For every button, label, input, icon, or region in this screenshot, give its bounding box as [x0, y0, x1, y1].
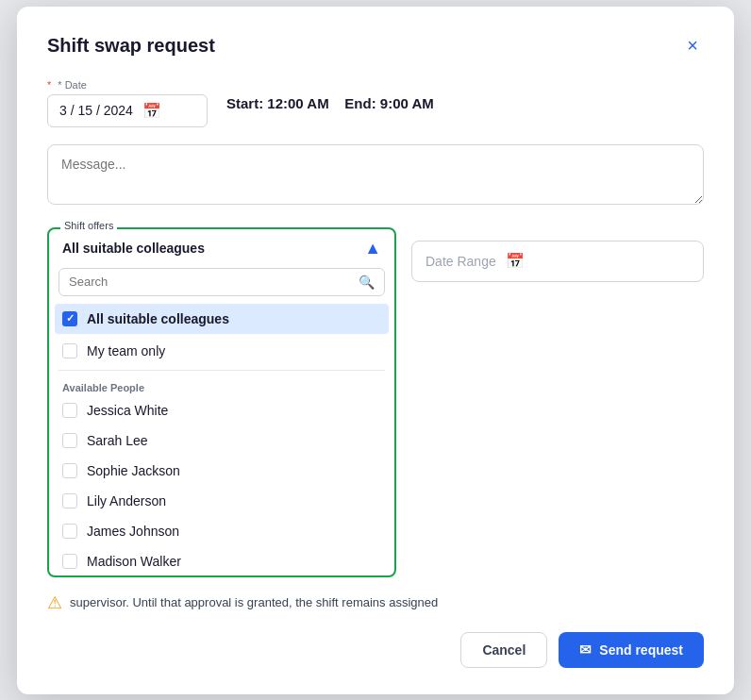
- checkbox-unchecked-sophie: [62, 463, 77, 478]
- warning-icon: ⚠: [47, 592, 62, 613]
- modal-title: Shift swap request: [47, 35, 215, 57]
- close-button[interactable]: ×: [681, 33, 704, 58]
- message-textarea[interactable]: [47, 144, 704, 205]
- time-info: Start: 12:00 AM End: 9:00 AM: [226, 95, 434, 111]
- date-range-calendar-icon: 📅: [506, 252, 525, 270]
- dropdown-list: All suitable colleagues My team only Ava…: [49, 302, 394, 575]
- option-all-suitable-label: All suitable colleagues: [87, 311, 229, 326]
- modal-footer: Cancel ✉ Send request: [47, 632, 704, 668]
- checkbox-unchecked-james: [62, 524, 77, 539]
- sarah-lee-label: Sarah Lee: [87, 433, 148, 448]
- send-request-button[interactable]: ✉ Send request: [559, 632, 704, 668]
- checkbox-unchecked-madison: [62, 554, 77, 569]
- divider: [58, 370, 385, 371]
- calendar-icon: 📅: [142, 102, 161, 120]
- date-range-placeholder: Date Range: [426, 254, 496, 269]
- checkbox-checked-all-suitable: [62, 311, 77, 326]
- modal-overlay: Shift swap request × * * Date 3 / 15 / 2…: [0, 0, 751, 700]
- option-all-suitable[interactable]: All suitable colleagues: [55, 304, 389, 334]
- send-request-label: Send request: [599, 642, 683, 658]
- dropdown-header[interactable]: All suitable colleagues ▲: [49, 229, 394, 268]
- cancel-button[interactable]: Cancel: [460, 632, 547, 668]
- checkbox-unchecked-sarah: [62, 433, 77, 448]
- search-box: 🔍: [58, 268, 385, 296]
- madison-walker-label: Madison Walker: [87, 554, 181, 569]
- chevron-up-icon: ▲: [364, 239, 381, 258]
- option-my-team-label: My team only: [87, 343, 165, 358]
- info-row: ⚠ supervisor. Until that approval is gra…: [47, 592, 704, 613]
- sophie-jackson-label: Sophie Jackson: [87, 463, 180, 478]
- shift-swap-modal: Shift swap request × * * Date 3 / 15 / 2…: [17, 7, 734, 694]
- option-james-johnson[interactable]: James Johnson: [49, 516, 394, 546]
- info-text: supervisor. Until that approval is grant…: [70, 595, 438, 609]
- search-icon: 🔍: [359, 275, 375, 290]
- lily-anderson-label: Lily Anderson: [87, 493, 166, 508]
- dropdown-selected-value: All suitable colleagues: [62, 241, 205, 256]
- date-input[interactable]: 3 / 15 / 2024 📅: [47, 94, 208, 127]
- option-my-team[interactable]: My team only: [49, 336, 394, 366]
- date-field-wrap: * * Date 3 / 15 / 2024 📅: [47, 79, 208, 127]
- option-madison-walker[interactable]: Madison Walker: [49, 546, 394, 575]
- shift-row: Shift offers All suitable colleagues ▲ 🔍…: [47, 227, 704, 577]
- date-row: * * Date 3 / 15 / 2024 📅 Start: 12:00 AM…: [47, 79, 704, 127]
- checkbox-unchecked-jessica: [62, 403, 77, 418]
- james-johnson-label: James Johnson: [87, 524, 179, 539]
- shift-offers-dropdown: Shift offers All suitable colleagues ▲ 🔍…: [47, 227, 396, 577]
- date-value: 3 / 15 / 2024: [59, 103, 133, 118]
- shift-offers-label: Shift offers: [60, 220, 117, 231]
- send-icon: ✉: [579, 642, 592, 658]
- jessica-white-label: Jessica White: [87, 403, 168, 418]
- date-range-input[interactable]: Date Range 📅: [411, 241, 704, 282]
- checkbox-unchecked-lily: [62, 493, 77, 508]
- available-people-header: Available People: [49, 375, 394, 395]
- search-input[interactable]: [69, 275, 351, 289]
- modal-header: Shift swap request ×: [47, 33, 704, 58]
- option-sarah-lee[interactable]: Sarah Lee: [49, 425, 394, 456]
- option-sophie-jackson[interactable]: Sophie Jackson: [49, 456, 394, 486]
- date-label: * * Date: [47, 79, 208, 91]
- checkbox-unchecked-my-team: [62, 343, 77, 358]
- option-lily-anderson[interactable]: Lily Anderson: [49, 486, 394, 516]
- option-jessica-white[interactable]: Jessica White: [49, 395, 394, 425]
